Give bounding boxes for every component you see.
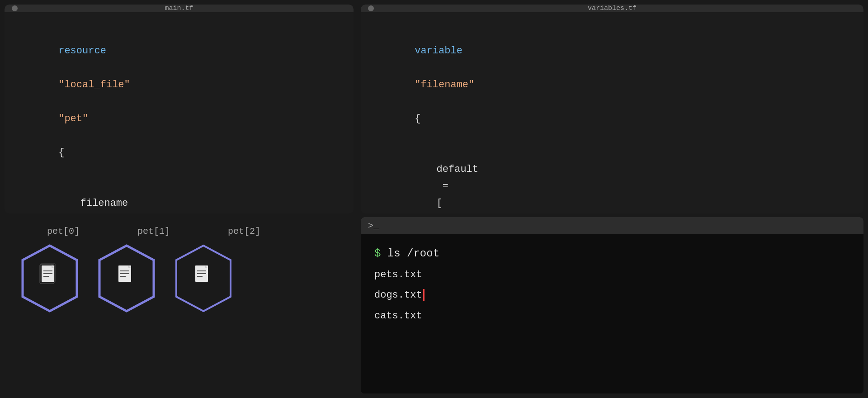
document-icon-0 <box>39 263 61 294</box>
var-line-2: default = [ <box>379 144 845 213</box>
brace-open-1: { <box>58 147 64 158</box>
code-line-1: resource "local_file" "pet" { <box>23 26 335 178</box>
output-cats: cats.txt <box>374 310 422 322</box>
var-line-1: variable "filename" { <box>379 26 845 144</box>
keyword-variable: variable <box>415 45 462 57</box>
main-tf-titlebar: main.tf <box>5 5 354 12</box>
terminal-output-line-3: cats.txt <box>374 305 850 326</box>
variables-tf-title: variables.tf <box>588 5 637 12</box>
pet-icon-2 <box>172 243 235 313</box>
pet-label-2: pet[2] <box>212 226 276 237</box>
main-tf-title: main.tf <box>165 5 193 12</box>
pet-icon-0 <box>18 243 81 313</box>
terminal-ls-command: ls /root <box>387 247 439 260</box>
terminal-content: $ ls /root pets.txt dogs.txt cats.txt <box>361 234 863 335</box>
bracket-open: [ <box>437 198 443 209</box>
output-pets: pets.txt <box>374 269 422 280</box>
terminal-section: > _ $ ls /root pets.txt dogs.txt cats.tx… <box>361 217 863 393</box>
variables-tf-titlebar: variables.tf <box>361 5 863 12</box>
pet-icons-section: pet[0] pet[1] pet[2] <box>0 217 357 398</box>
traffic-light-dot <box>12 5 18 11</box>
string-pet: "pet" <box>58 113 88 124</box>
terminal-command-line: $ ls /root <box>374 243 850 264</box>
terminal-dollar: $ <box>374 247 387 260</box>
document-icon-1 <box>116 263 137 294</box>
terminal-cursor <box>423 289 425 301</box>
code-line-2: filename = var.filename[count.index] <box>23 178 335 213</box>
pet-label-0: pet[0] <box>32 226 95 237</box>
var-brace-open: { <box>415 113 420 124</box>
main-tf-editor: main.tf resource "local_file" "pet" { fi… <box>5 5 354 213</box>
attr-filename: filename <box>80 198 128 209</box>
string-local-file: "local_file" <box>58 79 130 90</box>
pet-icons-row <box>18 243 235 313</box>
terminal-prompt-bar: > <box>368 221 373 231</box>
terminal-output-line-2: dogs.txt <box>374 284 850 305</box>
pet-icon-1 <box>95 243 158 313</box>
output-dogs: dogs.txt <box>374 289 422 301</box>
document-icon-2 <box>193 263 214 294</box>
terminal-titlebar: > _ <box>361 217 863 234</box>
string-filename: "filename" <box>415 79 474 90</box>
attr-default: default <box>437 164 478 175</box>
main-tf-content: resource "local_file" "pet" { filename =… <box>5 12 354 213</box>
variables-tf-editor: variables.tf variable "filename" { defau… <box>361 5 863 213</box>
pet-label-1: pet[1] <box>122 226 185 237</box>
terminal-output-line-1: pets.txt <box>374 264 850 285</box>
traffic-light-dot-2 <box>368 5 374 11</box>
variables-tf-content: variable "filename" { default = [ "/root… <box>361 12 863 213</box>
pet-labels-row: pet[0] pet[1] pet[2] <box>18 226 276 237</box>
keyword-resource: resource <box>58 45 106 57</box>
